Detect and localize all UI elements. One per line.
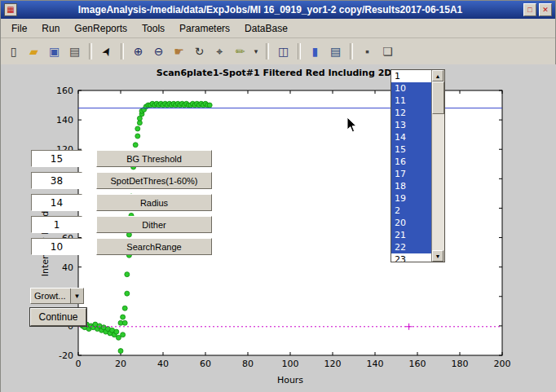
window-buttons: □ ✕: [523, 3, 552, 16]
listbox-scrollbar[interactable]: ▲ ▼: [431, 70, 444, 262]
zoom-out-icon: ⊖: [154, 45, 164, 58]
edit-plot-button[interactable]: ➤: [97, 42, 116, 61]
list-item-13[interactable]: 13: [391, 119, 431, 131]
window-title: ImageAnalysis-/media/data/ExpJobs/MI 16_…: [22, 4, 518, 15]
brush-button[interactable]: ✏: [231, 42, 249, 61]
list-item-11[interactable]: 11: [391, 95, 431, 107]
dither-button[interactable]: Dither: [96, 216, 212, 233]
edit-plot-icon: ➤: [99, 44, 115, 59]
svg-text:-20: -20: [59, 350, 73, 361]
searchrange-input[interactable]: [31, 238, 82, 255]
list-item-23[interactable]: 23: [391, 253, 431, 262]
print-button[interactable]: ▤: [65, 42, 84, 61]
list-item-1[interactable]: 1: [391, 70, 431, 82]
control-row-spotdetthres: SpotDetThres(1-60%): [31, 172, 212, 189]
chevron-down-icon: ▼: [70, 288, 83, 303]
svg-text:180: 180: [452, 359, 469, 369]
searchrange-button[interactable]: SearchRange: [96, 238, 212, 255]
new-document-icon: ▯: [11, 45, 17, 58]
menu-bar: FileRunGenReportsToolsParametersDataBase: [1, 19, 555, 38]
svg-text:0: 0: [76, 359, 82, 369]
brush-icon: ✏: [236, 45, 245, 58]
insert-legend-button[interactable]: ▤: [326, 42, 345, 61]
spotdetthres-button[interactable]: SpotDetThres(1-60%): [96, 172, 212, 189]
svg-text:20: 20: [115, 359, 126, 369]
title-bar: ▦ ImageAnalysis-/media/data/ExpJobs/MI 1…: [1, 1, 555, 19]
brush-menu-button[interactable]: ▾: [251, 42, 261, 61]
save-button[interactable]: ▣: [45, 42, 64, 61]
control-row-searchrange: SearchRange: [31, 238, 212, 255]
svg-text:160: 160: [56, 86, 73, 96]
open-folder-button[interactable]: ▰: [24, 42, 43, 61]
menu-item-file[interactable]: File: [4, 20, 34, 37]
spotdetthres-input[interactable]: [31, 172, 82, 189]
save-icon: ▣: [49, 45, 60, 58]
open-folder-icon: ▰: [29, 45, 38, 58]
list-item-17[interactable]: 17: [391, 168, 431, 180]
new-document-button[interactable]: ▯: [4, 42, 23, 61]
continue-button[interactable]: Continue: [30, 308, 86, 326]
dock-figure-button[interactable]: ❏: [378, 42, 397, 61]
close-button[interactable]: ✕: [539, 3, 552, 16]
list-item-14[interactable]: 14: [391, 131, 431, 143]
value-listbox[interactable]: 110111213141516171819220212223 ▲ ▼: [391, 69, 445, 262]
svg-text:60: 60: [200, 359, 211, 369]
hide-plot-tools-button[interactable]: ▪: [358, 42, 377, 61]
list-item-21[interactable]: 21: [391, 229, 431, 241]
data-cursor-icon: ⌖: [217, 45, 223, 59]
scroll-up-button[interactable]: ▲: [432, 70, 443, 81]
bg-threshold-input[interactable]: [31, 150, 82, 167]
link-plots-icon: ◫: [278, 45, 289, 58]
svg-text:140: 140: [367, 359, 384, 369]
toolbar-separator: [121, 43, 124, 59]
zoom-out-button[interactable]: ⊖: [149, 42, 168, 61]
data-cursor-button[interactable]: ⌖: [210, 42, 229, 61]
list-item-22[interactable]: 22: [391, 241, 431, 253]
menu-item-tools[interactable]: Tools: [135, 20, 172, 37]
insert-colorbar-button[interactable]: ▮: [306, 42, 324, 61]
x-axis-label: Hours: [277, 375, 303, 385]
list-item-18[interactable]: 18: [391, 180, 431, 192]
list-item-20[interactable]: 20: [391, 217, 431, 229]
bg-threshold-button[interactable]: BG Threshold: [96, 150, 212, 167]
svg-text:100: 100: [282, 359, 299, 369]
toolbar-separator: [89, 43, 92, 59]
insert-colorbar-icon: ▮: [312, 45, 319, 58]
mouse-cursor: [346, 117, 358, 134]
hide-plot-tools-icon: ▪: [365, 45, 369, 58]
control-row-bg-threshold: BG Threshold: [31, 150, 212, 167]
control-row-radius: Radius: [31, 194, 212, 211]
dither-input[interactable]: [31, 216, 82, 233]
toolbar: ▯▰▣▤➤⊕⊖☛↻⌖✏▾◫▮▤▪❏: [1, 38, 555, 65]
list-item-16[interactable]: 16: [391, 156, 431, 168]
scroll-down-button[interactable]: ▼: [432, 250, 443, 262]
list-item-2[interactable]: 2: [391, 205, 431, 217]
svg-text:140: 140: [56, 115, 73, 126]
menu-item-run[interactable]: Run: [34, 20, 67, 37]
menu-item-database[interactable]: DataBase: [237, 20, 295, 37]
radius-input[interactable]: [31, 194, 82, 211]
pan-hand-button[interactable]: ☛: [170, 42, 188, 61]
window-menu-icon[interactable]: ▦: [4, 3, 17, 16]
list-item-15[interactable]: 15: [391, 143, 431, 156]
chart-title: Scan6plate1-Spot#1 Filtered Red Includin…: [157, 68, 425, 78]
menu-item-parameters[interactable]: Parameters: [172, 20, 237, 37]
link-plots-button[interactable]: ◫: [274, 42, 293, 61]
growth-dropdown[interactable]: Growt... ▼: [30, 288, 84, 304]
toolbar-separator: [350, 43, 353, 59]
list-item-19[interactable]: 19: [391, 192, 431, 205]
insert-legend-icon: ▤: [330, 45, 341, 58]
zoom-in-icon: ⊕: [134, 45, 143, 58]
toolbar-separator: [298, 43, 301, 59]
list-item-12[interactable]: 12: [391, 107, 431, 119]
menu-item-genreports[interactable]: GenReports: [67, 20, 135, 37]
rotate-3d-button[interactable]: ↻: [190, 42, 209, 61]
pan-hand-icon: ☛: [174, 45, 184, 58]
maximize-button[interactable]: □: [523, 3, 536, 16]
value-listbox-items: 110111213141516171819220212223: [391, 70, 431, 262]
dock-figure-icon: ❏: [382, 45, 393, 58]
zoom-in-button[interactable]: ⊕: [129, 42, 148, 61]
list-item-10[interactable]: 10: [391, 82, 431, 95]
radius-button[interactable]: Radius: [96, 194, 212, 211]
scrollbar-thumb[interactable]: [432, 81, 444, 114]
